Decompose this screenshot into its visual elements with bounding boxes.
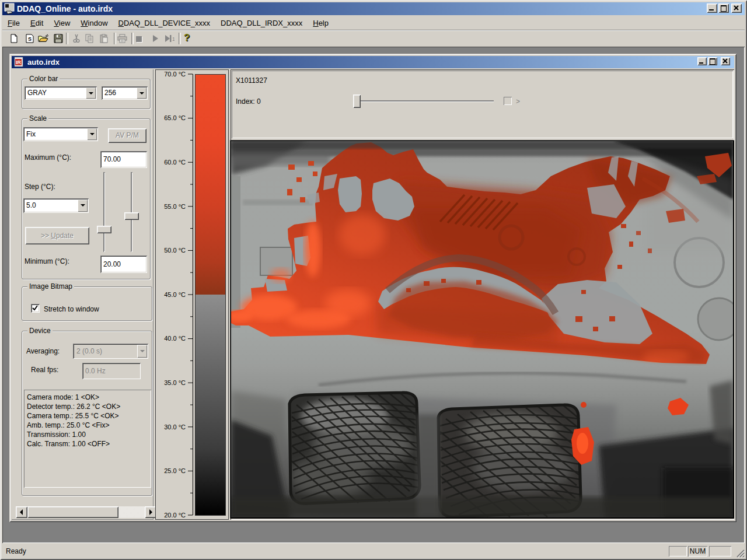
svg-text:65.0 °C: 65.0 °C (164, 114, 186, 121)
svg-text:S: S (28, 36, 32, 42)
svg-text:IR: IR (16, 60, 22, 65)
svg-text:1: 1 (172, 36, 174, 42)
svg-text:55.0 °C: 55.0 °C (164, 203, 186, 210)
svg-text:50.0 °C: 50.0 °C (164, 247, 186, 254)
svg-text:60.0 °C: 60.0 °C (164, 159, 186, 166)
svg-text:45.0 °C: 45.0 °C (164, 291, 186, 298)
svg-text:25.0 °C: 25.0 °C (164, 467, 186, 474)
svg-text:35.0 °C: 35.0 °C (164, 379, 186, 386)
svg-text:30.0 °C: 30.0 °C (164, 424, 186, 430)
svg-text:20.0 °C: 20.0 °C (164, 512, 186, 519)
svg-text:40.0 °C: 40.0 °C (164, 335, 186, 342)
svg-text:70.0 °C: 70.0 °C (164, 71, 186, 78)
